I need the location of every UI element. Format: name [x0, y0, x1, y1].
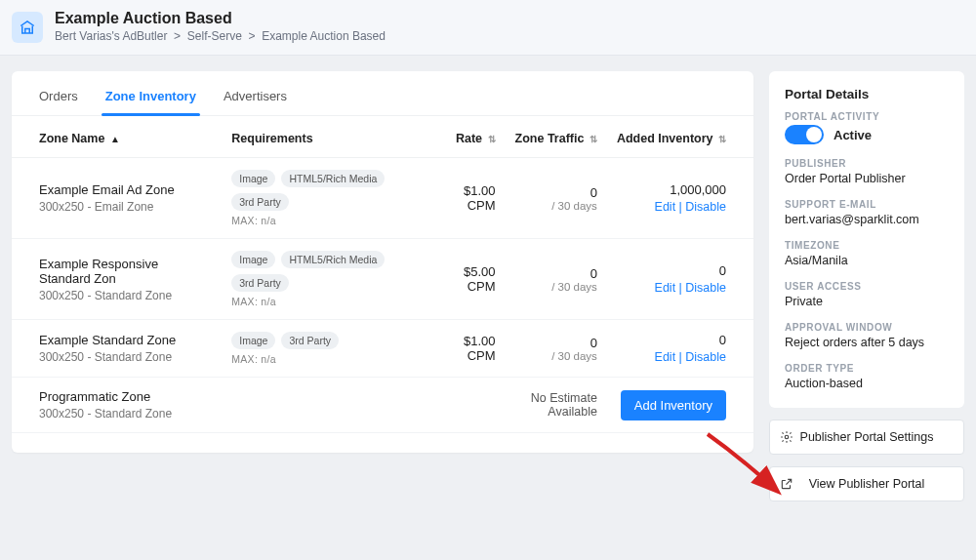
- table-row: Example Standard Zone300x250 - Standard …: [12, 320, 753, 378]
- traffic-period: / 30 days: [515, 281, 597, 293]
- label-publisher: PUBLISHER: [785, 158, 949, 169]
- label-timezone: TIMEZONE: [785, 240, 949, 251]
- tab-advertisers[interactable]: Advertisers: [224, 89, 287, 115]
- chip: 3rd Party: [231, 274, 289, 292]
- zone-subtitle: 300x250 - Standard Zone: [39, 289, 212, 302]
- zone-name: Programmatic Zone: [39, 389, 212, 404]
- breadcrumb-item: Example Auction Based: [262, 29, 386, 43]
- traffic-value: 0: [515, 266, 597, 281]
- chip: 3rd Party: [231, 193, 289, 211]
- value-ordertype: Auction-based: [785, 377, 949, 390]
- table-row: Programmatic Zone300x250 - Standard Zone…: [12, 378, 753, 433]
- chip: 3rd Party: [281, 332, 339, 349]
- col-zone-name[interactable]: Zone Name ▲: [12, 116, 222, 158]
- value-support: bert.varias@sparklit.com: [785, 213, 949, 226]
- svg-point-0: [785, 435, 789, 439]
- max-line: MAX: n/a: [231, 215, 418, 226]
- activity-toggle[interactable]: [785, 125, 824, 144]
- page-title: Example Auction Based: [55, 10, 386, 27]
- edit-link[interactable]: Edit: [655, 200, 676, 214]
- zone-subtitle: 300x250 - Standard Zone: [39, 407, 212, 420]
- main-panel: Orders Zone Inventory Advertisers Zone N…: [12, 71, 753, 453]
- col-inventory[interactable]: Added Inventory ⇅: [607, 116, 753, 158]
- rate-value: $1.00 CPM: [464, 334, 496, 363]
- chip: HTML5/Rich Media: [281, 251, 385, 268]
- page-header: Example Auction Based Bert Varias's AdBu…: [0, 0, 976, 56]
- rate-value: $1.00 CPM: [464, 183, 496, 213]
- sort-icon: ⇅: [590, 134, 597, 144]
- sort-asc-icon: ▲: [110, 134, 120, 144]
- label-activity: PORTAL ACTIVITY: [785, 111, 949, 122]
- label-approval: APPROVAL WINDOW: [785, 322, 949, 333]
- chip: Image: [231, 251, 275, 268]
- add-inventory-button[interactable]: Add Inventory: [621, 390, 726, 420]
- sort-icon: ⇅: [488, 134, 496, 144]
- zone-name: Example Email Ad Zone: [39, 182, 212, 197]
- disable-link[interactable]: Disable: [685, 281, 726, 295]
- col-requirements[interactable]: Requirements: [222, 116, 427, 158]
- inventory-value: 0: [617, 263, 726, 278]
- edit-link[interactable]: Edit: [655, 281, 676, 295]
- traffic-value: 0: [515, 336, 597, 350]
- requirement-chips: Image3rd Party: [231, 332, 418, 349]
- breadcrumb-item[interactable]: Bert Varias's AdButler: [55, 29, 167, 43]
- tab-orders[interactable]: Orders: [39, 89, 78, 115]
- chip: HTML5/Rich Media: [281, 170, 385, 187]
- sort-icon: ⇅: [718, 134, 726, 144]
- portal-icon: [12, 12, 43, 43]
- label-access: USER ACCESS: [785, 281, 949, 292]
- label-support: SUPPORT E-MAIL: [785, 199, 949, 210]
- inventory-value: 0: [617, 333, 726, 347]
- external-link-icon: [780, 477, 793, 491]
- zone-name: Example Standard Zone: [39, 333, 212, 347]
- chip: Image: [231, 170, 275, 187]
- zone-name: Example Responsive Standard Zon: [39, 257, 212, 286]
- label-ordertype: ORDER TYPE: [785, 363, 949, 374]
- requirement-chips: ImageHTML5/Rich Media3rd Party: [231, 251, 418, 292]
- tab-zone-inventory[interactable]: Zone Inventory: [105, 89, 196, 115]
- disable-link[interactable]: Disable: [685, 200, 726, 214]
- col-rate[interactable]: Rate ⇅: [427, 116, 506, 158]
- traffic-period: / 30 days: [515, 350, 597, 362]
- breadcrumb-item[interactable]: Self-Serve: [187, 29, 242, 43]
- value-approval: Reject orders after 5 days: [785, 336, 949, 349]
- tab-bar: Orders Zone Inventory Advertisers: [12, 71, 753, 116]
- table-row: Example Email Ad Zone300x250 - Email Zon…: [12, 158, 753, 239]
- value-timezone: Asia/Manila: [785, 254, 949, 267]
- traffic-period: / 30 days: [515, 200, 597, 212]
- value-publisher: Order Portal Publisher: [785, 172, 949, 185]
- max-line: MAX: n/a: [231, 296, 418, 307]
- portal-details-panel: Portal Details PORTAL ACTIVITY Active PU…: [769, 71, 964, 408]
- edit-link[interactable]: Edit: [655, 350, 676, 364]
- table-row: Example Responsive Standard Zon300x250 -…: [12, 239, 753, 320]
- gear-icon: [780, 430, 793, 444]
- publisher-portal-settings-button[interactable]: Publisher Portal Settings: [769, 420, 964, 455]
- activity-value: Active: [834, 128, 872, 142]
- zone-table: Zone Name ▲ Requirements Rate ⇅ Zone Tra…: [12, 116, 753, 433]
- inventory-value: 1,000,000: [617, 182, 726, 197]
- portal-details-title: Portal Details: [785, 87, 949, 101]
- disable-link[interactable]: Disable: [685, 350, 726, 364]
- requirement-chips: ImageHTML5/Rich Media3rd Party: [231, 170, 418, 211]
- zone-subtitle: 300x250 - Email Zone: [39, 200, 212, 214]
- view-publisher-portal-button[interactable]: View Publisher Portal: [769, 466, 964, 501]
- col-traffic[interactable]: Zone Traffic ⇅: [506, 116, 607, 158]
- value-access: Private: [785, 295, 949, 308]
- rate-value: $5.00 CPM: [464, 264, 496, 294]
- zone-subtitle: 300x250 - Standard Zone: [39, 350, 212, 364]
- no-estimate: No EstimateAvailable: [515, 391, 597, 419]
- chip: Image: [231, 332, 275, 349]
- breadcrumb: Bert Varias's AdButler > Self-Serve > Ex…: [55, 29, 386, 43]
- traffic-value: 0: [515, 185, 597, 200]
- max-line: MAX: n/a: [231, 353, 418, 365]
